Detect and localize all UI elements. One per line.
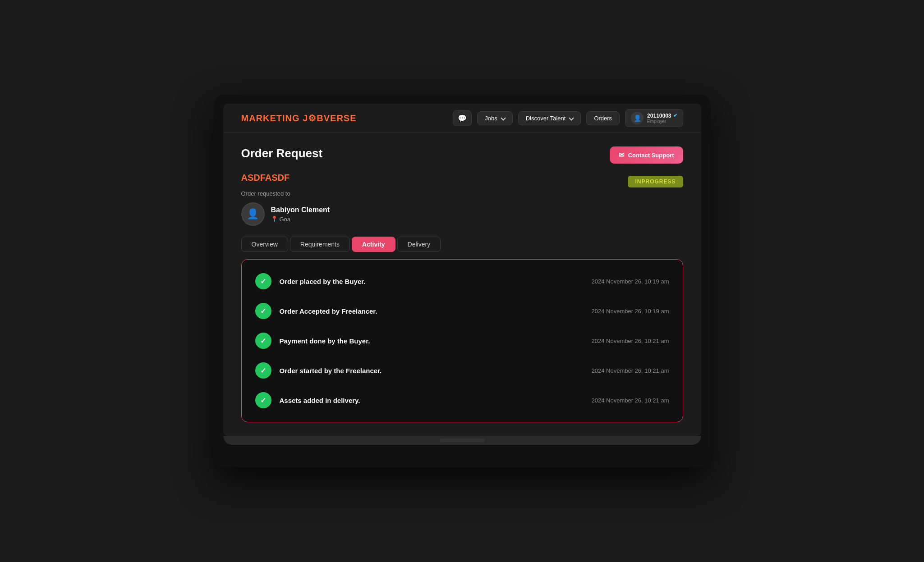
verified-icon: ✔ [673,113,677,119]
freelancer-location: 📍 Goa [271,216,330,223]
activity-item: ✓ Order Accepted by Freelancer. 2024 Nov… [255,303,669,319]
contact-support-label: Contact Support [628,152,674,159]
jobs-button[interactable]: Jobs [477,111,512,125]
activity-time: 2024 November 26, 10:19 am [592,308,669,315]
order-requested-label: Order requested to [241,190,683,197]
nav-right: 💬 Jobs Discover Talent Orders 👤 201 [453,109,683,127]
check-icon: ✓ [255,333,271,349]
freelancer-name: Babiyon Clement [271,206,330,214]
check-icon: ✓ [255,392,271,408]
check-icon: ✓ [255,273,271,289]
gear-icon: ⚙ [308,113,317,123]
chat-button[interactable]: 💬 [453,110,472,126]
tabs-container: Overview Requirements Activity Delivery [241,237,683,252]
activity-item: ✓ Order started by the Freelancer. 2024 … [255,362,669,379]
user-info: 20110003 ✔ Employer [647,113,677,124]
status-badge: INPROGRESS [628,176,683,187]
check-icon: ✓ [255,303,271,319]
laptop-base [223,436,701,445]
check-icon: ✓ [255,362,271,379]
activity-item: ✓ Order placed by the Buyer. 2024 Novemb… [255,273,669,289]
freelancer-location-text: Goa [280,216,291,223]
user-id: 20110003 ✔ [647,113,677,119]
orders-button[interactable]: Orders [586,111,620,125]
discover-label: Discover Talent [526,115,566,122]
contact-support-button[interactable]: ✉ Contact Support [610,146,683,164]
main-content: Order Request ✉ Contact Support ASDFASDF… [223,133,701,436]
freelancer-card: 👤 Babiyon Clement 📍 Goa [241,202,683,226]
navbar: MARKETING J⚙BVERSE 💬 Jobs Discover Talen… [223,104,701,133]
activity-time: 2024 November 26, 10:21 am [592,367,669,374]
discover-chevron-icon [569,115,574,120]
user-role: Employer [647,119,677,124]
tab-requirements[interactable]: Requirements [290,237,350,252]
tab-delivery[interactable]: Delivery [397,237,441,252]
logo: MARKETING J⚙BVERSE [241,113,357,123]
laptop-frame: MARKETING J⚙BVERSE 💬 Jobs Discover Talen… [214,95,710,467]
jobs-label: Jobs [485,115,497,122]
page-header: Order Request ✉ Contact Support [241,146,683,164]
activity-text: Order started by the Freelancer. [280,367,592,375]
activity-panel: ✓ Order placed by the Buyer. 2024 Novemb… [241,259,683,422]
activity-text: Assets added in delivery. [280,397,592,404]
mail-icon: ✉ [619,151,625,159]
order-id: ASDFASDF [241,173,290,183]
freelancer-avatar: 👤 [241,202,265,226]
location-pin-icon: 📍 [271,216,278,222]
user-profile[interactable]: 👤 20110003 ✔ Employer [625,109,683,127]
activity-time: 2024 November 26, 10:21 am [592,397,669,404]
jobs-chevron-icon [501,115,506,120]
tab-overview[interactable]: Overview [241,237,288,252]
activity-text: Payment done by the Buyer. [280,337,592,345]
activity-item: ✓ Assets added in delivery. 2024 Novembe… [255,392,669,408]
discover-talent-button[interactable]: Discover Talent [518,111,581,125]
user-avatar-icon: 👤 [631,112,644,124]
activity-text: Order placed by the Buyer. [280,278,592,285]
activity-text: Order Accepted by Freelancer. [280,307,592,315]
activity-item: ✓ Payment done by the Buyer. 2024 Novemb… [255,333,669,349]
tab-activity[interactable]: Activity [352,237,395,252]
freelancer-info: Babiyon Clement 📍 Goa [271,206,330,223]
trackpad [440,439,485,442]
page-title: Order Request [241,146,323,160]
activity-time: 2024 November 26, 10:21 am [592,338,669,344]
laptop-screen: MARKETING J⚙BVERSE 💬 Jobs Discover Talen… [223,104,701,436]
orders-label: Orders [594,115,612,122]
activity-time: 2024 November 26, 10:19 am [592,278,669,285]
